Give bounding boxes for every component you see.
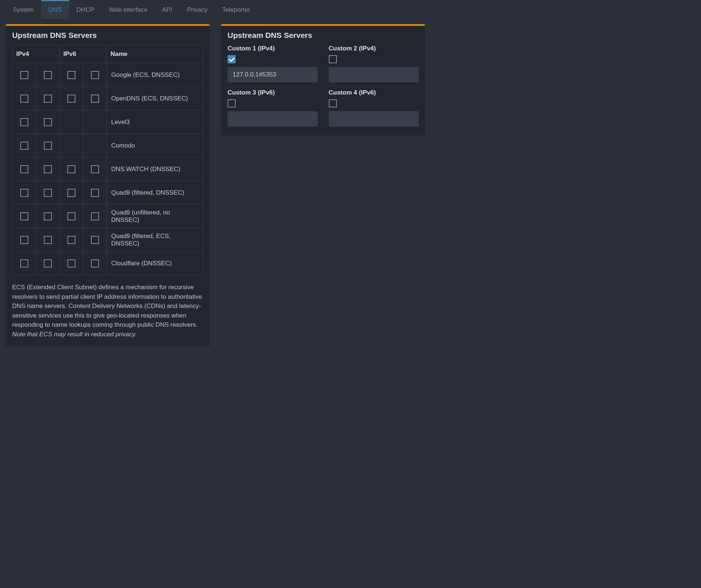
tab-api[interactable]: API — [155, 0, 179, 19]
panel-title: Upstream DNS Servers — [6, 26, 210, 45]
dns-ipv4-checkbox[interactable] — [44, 212, 52, 220]
ecs-footnote: ECS (Extended Client Subnet) defines a m… — [12, 283, 203, 339]
dns-ipv4-checkbox[interactable] — [20, 165, 28, 173]
provider-name: Comodo — [107, 134, 203, 157]
tab-dns[interactable]: DNS — [41, 0, 69, 19]
provider-name: OpenDNS (ECS, DNSSEC) — [107, 87, 203, 110]
dns-ipv6-checkbox[interactable] — [91, 212, 99, 220]
table-row: OpenDNS (ECS, DNSSEC) — [13, 87, 203, 110]
custom-dns-label: Custom 1 (IPv4) — [228, 45, 318, 52]
custom-dns-label: Custom 3 (IPv6) — [228, 89, 318, 96]
table-row: DNS.WATCH (DNSSEC) — [13, 157, 203, 181]
dns-ipv4-checkbox[interactable] — [20, 259, 28, 268]
tab-web-interface[interactable]: Web interface — [102, 0, 155, 19]
table-row: Quad9 (filtered, ECS, DNSSEC) — [13, 228, 203, 252]
custom-dns-input[interactable] — [228, 67, 318, 82]
dns-ipv4-checkbox[interactable] — [44, 95, 52, 103]
custom-dns-checkbox[interactable] — [329, 55, 337, 63]
panel-title: Upstream DNS Servers — [221, 26, 425, 45]
custom-dns-checkbox[interactable] — [228, 99, 236, 107]
dns-ipv4-checkbox[interactable] — [20, 71, 28, 79]
dns-ipv6-checkbox[interactable] — [67, 71, 75, 79]
provider-name: Google (ECS, DNSSEC) — [107, 63, 203, 87]
dns-ipv4-checkbox[interactable] — [20, 95, 28, 103]
dns-ipv4-checkbox[interactable] — [20, 212, 28, 220]
custom-dns-field: Custom 1 (IPv4) — [228, 45, 318, 82]
provider-name: DNS.WATCH (DNSSEC) — [107, 157, 203, 181]
custom-dns-label: Custom 4 (IPv6) — [329, 89, 419, 96]
provider-name: Quad9 (filtered, ECS, DNSSEC) — [107, 228, 203, 252]
provider-name: Level3 — [107, 110, 203, 134]
dns-ipv6-checkbox[interactable] — [67, 95, 75, 103]
custom-dns-panel: Upstream DNS Servers Custom 1 (IPv4)Cust… — [221, 24, 425, 135]
dns-ipv6-checkbox[interactable] — [67, 189, 75, 197]
dns-ipv6-checkbox[interactable] — [67, 259, 75, 268]
dns-ipv4-checkbox[interactable] — [44, 165, 52, 173]
dns-ipv4-checkbox[interactable] — [44, 259, 52, 268]
dns-ipv4-checkbox[interactable] — [44, 142, 52, 150]
settings-tabs: System DNS DHCP Web interface API Privac… — [6, 0, 433, 19]
dns-ipv4-checkbox[interactable] — [44, 189, 52, 197]
dns-ipv6-checkbox[interactable] — [91, 236, 99, 244]
table-row: Level3 — [13, 110, 203, 134]
dns-providers-table: IPv4 IPv6 Name Google (ECS, DNSSEC)OpenD… — [12, 45, 203, 275]
custom-dns-input[interactable] — [329, 67, 419, 82]
table-row: Cloudflare (DNSSEC) — [13, 252, 203, 275]
custom-dns-input[interactable] — [329, 111, 419, 127]
table-row: Quad9 (filtered, DNSSEC) — [13, 181, 203, 205]
dns-ipv6-checkbox[interactable] — [67, 165, 75, 173]
custom-dns-input[interactable] — [228, 111, 318, 127]
dns-ipv6-checkbox[interactable] — [91, 259, 99, 268]
dns-ipv6-checkbox[interactable] — [91, 189, 99, 197]
tab-teleporter[interactable]: Teleporter — [215, 0, 257, 19]
custom-dns-checkbox[interactable] — [228, 55, 236, 63]
dns-ipv4-checkbox[interactable] — [20, 189, 28, 197]
dns-ipv4-checkbox[interactable] — [44, 71, 52, 79]
dns-ipv6-checkbox[interactable] — [91, 71, 99, 79]
table-row: Quad9 (unfiltered, no DNSSEC) — [13, 205, 203, 228]
dns-ipv4-checkbox[interactable] — [20, 142, 28, 150]
custom-dns-field: Custom 2 (IPv4) — [329, 45, 419, 82]
provider-name: Quad9 (unfiltered, no DNSSEC) — [107, 205, 203, 228]
dns-ipv6-checkbox[interactable] — [91, 165, 99, 173]
custom-dns-label: Custom 2 (IPv4) — [329, 45, 419, 52]
table-row: Google (ECS, DNSSEC) — [13, 63, 203, 87]
custom-dns-checkbox[interactable] — [329, 99, 337, 107]
header-name: Name — [107, 45, 203, 63]
dns-ipv6-checkbox[interactable] — [67, 212, 75, 220]
tab-dhcp[interactable]: DHCP — [69, 0, 102, 19]
dns-ipv6-checkbox[interactable] — [91, 95, 99, 103]
header-ipv4: IPv4 — [13, 45, 60, 63]
dns-ipv4-checkbox[interactable] — [20, 118, 28, 126]
upstream-dns-servers-panel: Upstream DNS Servers IPv4 IPv6 Name Goog… — [6, 24, 210, 346]
dns-ipv6-checkbox[interactable] — [67, 236, 75, 244]
custom-dns-field: Custom 3 (IPv6) — [228, 89, 318, 127]
provider-name: Cloudflare (DNSSEC) — [107, 252, 203, 275]
dns-ipv4-checkbox[interactable] — [44, 118, 52, 126]
tab-system[interactable]: System — [6, 0, 41, 19]
dns-ipv4-checkbox[interactable] — [20, 236, 28, 244]
custom-dns-field: Custom 4 (IPv6) — [329, 89, 419, 127]
provider-name: Quad9 (filtered, DNSSEC) — [107, 181, 203, 205]
tab-privacy[interactable]: Privacy — [180, 0, 215, 19]
dns-ipv4-checkbox[interactable] — [44, 236, 52, 244]
header-ipv6: IPv6 — [60, 45, 107, 63]
table-row: Comodo — [13, 134, 203, 157]
